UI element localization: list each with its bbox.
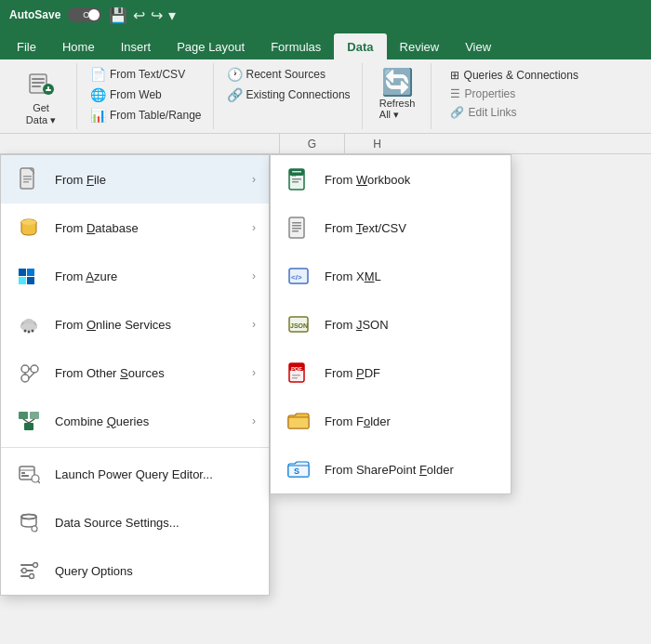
svg-rect-3 <box>32 85 41 87</box>
menu-item-query-options[interactable]: Query Options <box>1 546 269 595</box>
svg-point-53 <box>33 563 38 568</box>
tab-home[interactable]: Home <box>49 33 108 59</box>
from-online-icon <box>14 309 44 339</box>
svg-rect-8 <box>23 176 32 177</box>
svg-point-28 <box>32 330 34 333</box>
existing-connections-button[interactable]: 🔗 Existing Connections <box>223 85 354 104</box>
svg-point-55 <box>30 574 34 579</box>
ribbon: GetData ▾ 📄 From Text/CSV 🌐 From Web 📊 F… <box>0 59 651 134</box>
from-file-arrow: › <box>252 173 256 186</box>
undo-icon[interactable]: ↩ <box>133 7 145 24</box>
combine-label: Combine Queries <box>55 414 241 428</box>
from-xml-label: From XML <box>325 269 381 283</box>
from-text-csv-label: From Text/CSV <box>110 68 185 81</box>
json-icon: JSON <box>284 309 313 339</box>
title-bar-icons: 💾 ↩ ↪ ▾ <box>109 7 176 24</box>
menu-item-data-source-settings[interactable]: Data Source Settings... <box>1 498 269 546</box>
get-data-button[interactable]: GetData ▾ <box>13 65 69 128</box>
svg-point-47 <box>21 515 36 519</box>
refresh-all-button[interactable]: 🔄 RefreshAll ▾ <box>372 65 423 123</box>
menu-item-launch-pq[interactable]: Launch Power Query Editor... <box>1 450 269 498</box>
svg-rect-43 <box>21 475 29 477</box>
launch-pq-icon <box>14 459 44 489</box>
properties-button[interactable]: ☰ Properties <box>446 85 582 102</box>
svg-rect-42 <box>21 472 25 474</box>
from-azure-icon <box>14 261 44 291</box>
svg-point-27 <box>28 331 31 334</box>
svg-text:JSON: JSON <box>290 322 308 329</box>
menu-item-from-azure[interactable]: From Azure › <box>1 252 269 300</box>
sub-item-from-sharepoint[interactable]: S From SharePoint Folder <box>271 445 511 493</box>
properties-icon: ☰ <box>450 87 460 100</box>
tab-insert[interactable]: Insert <box>108 33 165 59</box>
svg-rect-2 <box>32 82 45 84</box>
from-other-label: From Other Sources <box>55 366 241 380</box>
from-table-range-button[interactable]: 📊 From Table/Range <box>86 106 206 125</box>
svg-rect-76 <box>288 417 309 428</box>
folder-icon <box>284 406 313 436</box>
menu-item-from-other[interactable]: From Other Sources › <box>1 348 269 397</box>
svg-rect-64 <box>292 225 301 227</box>
svg-point-26 <box>24 330 27 333</box>
svg-rect-10 <box>23 181 29 183</box>
menu-item-from-database[interactable]: From Database › <box>1 204 269 252</box>
column-headers-row: G H <box>0 134 651 154</box>
sub-item-from-xml[interactable]: </> From XML <box>271 252 511 300</box>
from-text-csv-button[interactable]: 📄 From Text/CSV <box>86 65 206 84</box>
svg-point-25 <box>20 323 37 331</box>
sub-item-from-workbook[interactable]: X From Workbook <box>271 155 511 204</box>
query-options-icon <box>14 556 44 585</box>
ribbon-group-queries: ⊞ Queries & Connections ☰ Properties 🔗 E… <box>433 63 595 129</box>
svg-point-29 <box>21 365 29 373</box>
queries-connections-button[interactable]: ⊞ Queries & Connections <box>446 67 582 84</box>
tab-review[interactable]: Review <box>387 33 453 59</box>
col-header-h: H <box>344 134 409 153</box>
ribbon-group-get-data: GetData ▾ <box>6 63 77 129</box>
menu-item-combine[interactable]: Combine Queries › <box>1 397 269 445</box>
sub-item-from-json[interactable]: JSON From JSON <box>271 300 511 348</box>
queries-connections-label: Queries & Connections <box>464 69 578 82</box>
edit-links-button[interactable]: 🔗 Edit Links <box>446 104 582 121</box>
from-sharepoint-label: From SharePoint Folder <box>325 463 454 477</box>
from-web-button[interactable]: 🌐 From Web <box>86 85 206 104</box>
sub-item-from-pdf[interactable]: PDF From PDF <box>271 348 511 397</box>
properties-label: Properties <box>465 87 516 100</box>
tab-file[interactable]: File <box>4 33 49 59</box>
tab-page-layout[interactable]: Page Layout <box>164 33 258 59</box>
from-other-arrow: › <box>252 366 256 379</box>
recent-sources-button[interactable]: 🕐 Recent Sources <box>223 65 354 84</box>
menu-item-from-file[interactable]: From File › <box>1 155 269 204</box>
redo-icon[interactable]: ↪ <box>151 7 163 24</box>
title-bar: AutoSave Off 💾 ↩ ↪ ▾ <box>0 0 651 30</box>
menu-item-from-online[interactable]: From Online Services › <box>1 300 269 348</box>
autosave-label: AutoSave <box>9 8 60 21</box>
text-csv-sub-icon <box>284 213 313 243</box>
from-database-icon <box>14 213 44 243</box>
existing-connections-icon: 🔗 <box>227 87 242 102</box>
ribbon-group-connections: 🕐 Recent Sources 🔗 Existing Connections <box>216 63 363 129</box>
from-online-label: From Online Services <box>55 318 241 332</box>
svg-line-34 <box>29 373 34 378</box>
autosave-toggle[interactable]: Off <box>68 7 101 22</box>
tab-data[interactable]: Data <box>334 33 386 59</box>
svg-line-38 <box>23 419 29 423</box>
sub-item-from-folder[interactable]: From Folder <box>271 397 511 445</box>
from-other-icon <box>14 358 44 388</box>
from-web-label: From Web <box>110 88 162 101</box>
tab-view[interactable]: View <box>452 33 504 59</box>
data-source-settings-label: Data Source Settings... <box>55 516 256 530</box>
web-icon: 🌐 <box>90 87 105 102</box>
sub-item-from-text-csv[interactable]: From Text/CSV <box>271 204 511 252</box>
text-csv-icon: 📄 <box>90 67 105 82</box>
from-database-label: From Database <box>55 221 241 235</box>
svg-rect-35 <box>19 412 28 419</box>
from-database-arrow: › <box>252 221 256 234</box>
svg-rect-37 <box>24 423 33 430</box>
svg-point-49 <box>32 526 37 532</box>
ribbon-group-import: 📄 From Text/CSV 🌐 From Web 📊 From Table/… <box>79 63 214 129</box>
tab-formulas[interactable]: Formulas <box>258 33 334 59</box>
from-file-label: From File <box>55 173 241 187</box>
sharepoint-icon: S <box>284 454 313 484</box>
qat-dropdown-icon[interactable]: ▾ <box>168 7 176 24</box>
save-icon[interactable]: 💾 <box>109 7 127 24</box>
